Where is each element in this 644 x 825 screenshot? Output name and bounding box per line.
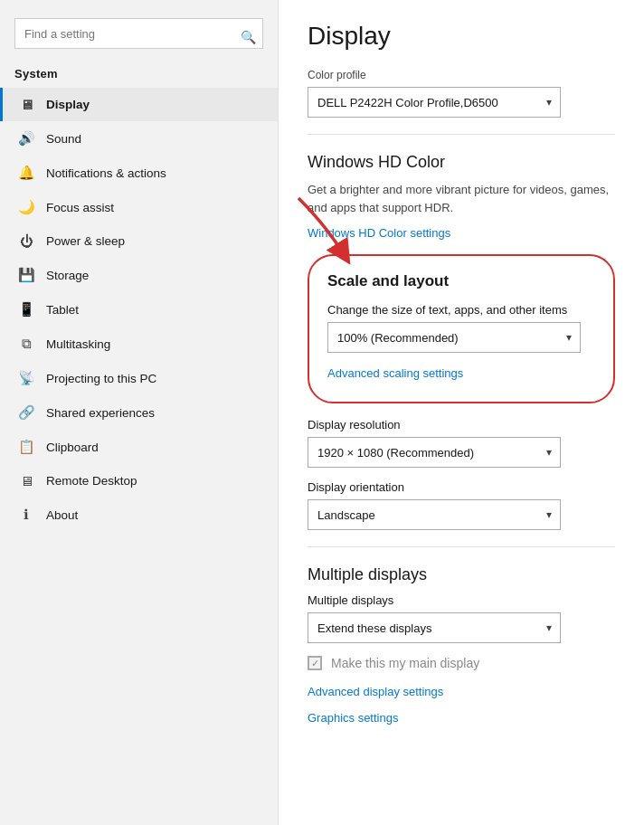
resolution-dropdown-container: 1920 × 1080 (Recommended) ▾ xyxy=(308,437,615,468)
sidebar-item-display[interactable]: 🖥 Display xyxy=(0,88,278,121)
orientation-label: Display orientation xyxy=(308,480,615,494)
sidebar-label-about: About xyxy=(46,508,78,522)
scale-dropdown-container: 100% (Recommended) ▾ xyxy=(327,322,595,353)
resolution-label: Display resolution xyxy=(308,418,615,431)
sidebar-item-focus[interactable]: 🌙 Focus assist xyxy=(0,190,278,224)
orientation-dropdown-container: Landscape ▾ xyxy=(308,499,615,530)
sidebar-label-storage: Storage xyxy=(46,269,89,282)
sidebar-label-clipboard: Clipboard xyxy=(46,441,99,454)
sidebar-item-notifications[interactable]: 🔔 Notifications & actions xyxy=(0,156,278,190)
scale-field-label: Change the size of text, apps, and other… xyxy=(327,303,595,317)
search-input[interactable] xyxy=(14,18,263,49)
sidebar-item-clipboard[interactable]: 📋 Clipboard xyxy=(0,430,278,464)
multiple-displays-label: Multiple displays xyxy=(308,593,615,607)
main-display-checkbox[interactable]: ✓ xyxy=(308,656,322,670)
focus-icon: 🌙 xyxy=(17,199,35,215)
power-icon: ⏻ xyxy=(17,233,35,249)
scale-layout-heading: Scale and layout xyxy=(327,272,595,290)
multiple-displays-dropdown-container: Extend these displays ▾ xyxy=(308,612,615,643)
sidebar-label-notifications: Notifications & actions xyxy=(46,166,166,180)
sidebar-item-multitasking[interactable]: ⧉ Multitasking xyxy=(0,327,278,361)
sidebar: 🔍 System 🖥 Display 🔊 Sound 🔔 Notificatio… xyxy=(0,0,279,825)
sidebar-item-remote[interactable]: 🖥 Remote Desktop xyxy=(0,464,278,498)
shared-icon: 🔗 xyxy=(17,404,35,421)
multiple-displays-heading: Multiple displays xyxy=(308,565,615,584)
sidebar-label-focus: Focus assist xyxy=(46,201,114,214)
hd-color-heading: Windows HD Color xyxy=(308,153,615,172)
main-content: Display Color profile DELL P2422H Color … xyxy=(279,0,644,825)
main-display-label: Make this my main display xyxy=(331,656,479,670)
clipboard-icon: 📋 xyxy=(17,439,35,455)
storage-icon: 💾 xyxy=(17,267,35,283)
sidebar-item-shared[interactable]: 🔗 Shared experiences xyxy=(0,395,278,430)
color-profile-dropdown-container: DELL P2422H Color Profile,D6500 ▾ xyxy=(308,87,615,118)
tablet-icon: 📱 xyxy=(17,301,35,318)
scale-layout-section: Scale and layout Change the size of text… xyxy=(308,254,615,403)
sidebar-label-projecting: Projecting to this PC xyxy=(46,372,156,385)
resolution-dropdown[interactable]: 1920 × 1080 (Recommended) xyxy=(308,437,561,468)
sidebar-item-power[interactable]: ⏻ Power & sleep xyxy=(0,224,278,258)
search-container: 🔍 xyxy=(0,11,278,63)
divider-2 xyxy=(308,546,615,547)
multiple-displays-dropdown[interactable]: Extend these displays xyxy=(308,612,561,643)
about-icon: ℹ xyxy=(17,507,35,523)
sidebar-label-sound: Sound xyxy=(46,132,81,146)
advanced-scaling-link[interactable]: Advanced scaling settings xyxy=(327,366,463,380)
sidebar-item-storage[interactable]: 💾 Storage xyxy=(0,258,278,292)
sidebar-label-display: Display xyxy=(46,98,90,111)
sidebar-label-tablet: Tablet xyxy=(46,303,79,317)
main-display-row: ✓ Make this my main display xyxy=(308,656,615,670)
sidebar-label-shared: Shared experiences xyxy=(46,406,155,420)
sidebar-item-sound[interactable]: 🔊 Sound xyxy=(0,121,278,156)
divider-1 xyxy=(308,134,615,135)
sidebar-item-tablet[interactable]: 📱 Tablet xyxy=(0,292,278,327)
color-profile-label: Color profile xyxy=(308,69,615,81)
color-profile-dropdown[interactable]: DELL P2422H Color Profile,D6500 xyxy=(308,87,561,118)
scale-layout-wrapper: Scale and layout Change the size of text… xyxy=(308,254,615,403)
advanced-display-link[interactable]: Advanced display settings xyxy=(308,685,615,698)
sidebar-label-remote: Remote Desktop xyxy=(46,474,137,488)
graphics-settings-link[interactable]: Graphics settings xyxy=(308,711,615,725)
display-icon: 🖥 xyxy=(17,97,35,112)
notifications-icon: 🔔 xyxy=(17,165,35,181)
multitasking-icon: ⧉ xyxy=(17,336,35,352)
sidebar-label-power: Power & sleep xyxy=(46,234,125,248)
remote-icon: 🖥 xyxy=(17,473,35,488)
sidebar-label-multitasking: Multitasking xyxy=(46,337,110,351)
projecting-icon: 📡 xyxy=(17,370,35,386)
hd-color-link[interactable]: Windows HD Color settings xyxy=(308,226,450,240)
sound-icon: 🔊 xyxy=(17,130,35,147)
sidebar-item-about[interactable]: ℹ About xyxy=(0,498,278,532)
orientation-dropdown[interactable]: Landscape xyxy=(308,499,561,530)
sidebar-item-projecting[interactable]: 📡 Projecting to this PC xyxy=(0,361,278,395)
page-title: Display xyxy=(308,22,615,51)
system-section-title: System xyxy=(0,63,278,88)
hd-color-description: Get a brighter and more vibrant picture … xyxy=(308,181,615,216)
scale-dropdown[interactable]: 100% (Recommended) xyxy=(327,322,581,353)
nav-list: 🖥 Display 🔊 Sound 🔔 Notifications & acti… xyxy=(0,88,278,532)
